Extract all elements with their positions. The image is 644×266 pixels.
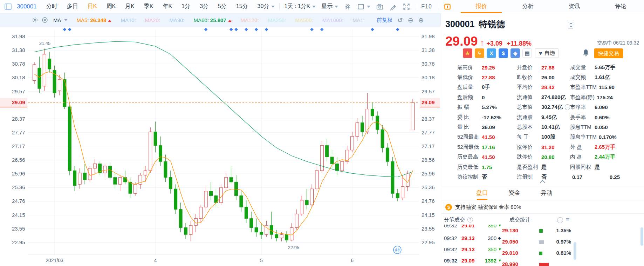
quote-cell: 股息率TTM0.170% — [570, 134, 644, 140]
ma-toggle-MA5[interactable]: MA5:26.348 — [77, 17, 112, 23]
period-5分[interactable]: 5分 — [218, 3, 227, 10]
quick-trade-button[interactable]: 快捷交易 — [594, 48, 623, 58]
period-分时[interactable]: 分时 — [46, 3, 57, 10]
f10-button[interactable]: F10 — [421, 4, 432, 10]
tick-trades-title: 分笔成交 — [444, 217, 465, 223]
layout-select-icon[interactable] — [357, 3, 365, 11]
subtab-盘口[interactable]: 盘口 — [476, 189, 488, 200]
chevron-down-icon[interactable] — [367, 6, 370, 8]
collapse-chevron[interactable] — [441, 180, 644, 186]
pencil-icon[interactable] — [389, 3, 397, 11]
period-1分[interactable]: 1分 — [181, 3, 190, 10]
subtab-异动[interactable]: 异动 — [541, 189, 553, 200]
svg-text:30.78: 30.78 — [422, 61, 435, 67]
zoom-in-icon[interactable]: ⊕ — [418, 17, 424, 24]
dollar-badge-icon: $ — [499, 48, 508, 58]
display-menu[interactable]: 显示 — [321, 3, 333, 10]
candlestick-chart[interactable]: 31.9831.3830.7830.1829.5728.3727.7727.17… — [0, 0, 441, 266]
ma-toggle-MA10[interactable]: MA10: — [121, 17, 136, 23]
chevron-down-icon[interactable] — [271, 6, 275, 8]
indicator-settings-gear-icon[interactable] — [32, 16, 39, 24]
quote-row: 盘后额0流通值274.820亿市盈率(静)175.24 — [441, 92, 644, 102]
ma-toggle-MA500[interactable]: MA500: — [295, 17, 313, 23]
quote-cell: 历史最低1.75 — [441, 164, 517, 171]
svg-text:28.37: 28.37 — [12, 116, 25, 122]
more-dots-icon[interactable]: ··· — [565, 104, 570, 110]
svg-text:27.77: 27.77 — [422, 129, 435, 135]
ma-toggle-MA1[interactable]: MA1: — [352, 17, 365, 23]
stock-code-label[interactable]: 300001 — [17, 3, 37, 10]
ma-toggle-MA60[interactable]: MA60:25.807 — [193, 17, 231, 23]
quote-cell: 换手率0.60% — [570, 114, 644, 121]
ma-toggle-MA1000[interactable]: MA1000: — [322, 17, 343, 23]
quote-cell: 开盘价27.88 — [517, 64, 570, 71]
period-年K[interactable]: 年K — [163, 3, 172, 10]
quote-cell: 成交额1.61亿 — [570, 74, 644, 81]
svg-text:30.78: 30.78 — [12, 61, 25, 67]
ma-toggle-MA30[interactable]: MA30: — [169, 17, 184, 23]
chat-at-icon[interactable]: @ — [393, 246, 401, 254]
svg-text:29.57: 29.57 — [12, 88, 25, 94]
ma-toggle-MA20[interactable]: MA20: — [145, 17, 160, 23]
subtab-资金[interactable]: 资金 — [508, 189, 520, 200]
volume-bar — [539, 252, 542, 255]
period-30分[interactable]: 30分 — [258, 3, 269, 10]
svg-text:25.96: 25.96 — [12, 171, 25, 177]
list-view-icon[interactable]: ≡ — [566, 216, 570, 224]
gear-icon[interactable] — [344, 3, 351, 11]
stock-title: 300001特锐德 — [445, 18, 505, 30]
ma-toggle-MA250[interactable]: MA250: — [268, 17, 286, 23]
undo-icon[interactable]: ↺ — [397, 17, 403, 24]
range-select[interactable]: 1天 : 1分K — [284, 3, 310, 10]
quote-cell: 盘后量0手 — [441, 84, 517, 91]
chevron-up-icon[interactable] — [540, 180, 546, 186]
period-3分[interactable]: 3分 — [200, 3, 208, 10]
zoom-out-icon[interactable]: ⊖ — [408, 17, 413, 24]
alert-bell-icon[interactable] — [582, 49, 590, 58]
divider — [438, 3, 438, 10]
quote-panel: 300001特锐德 29.09 ↑ +3.09 +11.88% 交易中 06/2… — [441, 13, 644, 266]
panel-tab-分析[interactable]: 分析 — [505, 0, 551, 13]
period-季K[interactable]: 季K — [144, 3, 153, 10]
ma-toggle-MA120[interactable]: MA120: — [241, 17, 259, 23]
quote-row: 最高价29.25开盘价27.88成交量5.65万手 — [441, 62, 644, 72]
quote-cell: 历史最高41.50 — [441, 154, 517, 160]
period-周K[interactable]: 周K — [106, 3, 116, 10]
side-panel-toggle-icon[interactable] — [444, 3, 451, 11]
panel-tab-评论[interactable]: 评论 — [597, 0, 644, 13]
quote-cell: 振 幅5.27% — [441, 104, 517, 111]
quote-cell: 流通股9.45亿 — [517, 114, 570, 121]
detail-page-icon[interactable] — [568, 22, 573, 28]
panel-tab-资讯[interactable]: 资讯 — [551, 0, 598, 13]
camera-icon[interactable] — [376, 3, 384, 11]
panel-tab-报价[interactable]: 报价 — [458, 0, 505, 13]
chevron-down-icon[interactable] — [312, 6, 316, 8]
indicator-close-icon[interactable] — [41, 16, 48, 24]
period-多日[interactable]: 多日 — [67, 3, 78, 10]
window-panel-icon[interactable] — [4, 3, 12, 11]
svg-text:27.77: 27.77 — [12, 129, 25, 135]
help-icon[interactable]: ? — [467, 217, 473, 222]
ma-indicator-bar: MA MA5:26.348MA10:MA20:MA30:MA60:25.807M… — [0, 13, 441, 27]
quote-cell: 委 比-17.62% — [441, 114, 517, 121]
price-change-pct: +11.88% — [507, 40, 532, 47]
bottom-list-headers: 分笔成交 ? 成交统计 ··· ≡ — [441, 215, 644, 225]
quote-cell: 市盈率TTM115.90 — [570, 84, 644, 91]
period-月K[interactable]: 月K — [125, 3, 135, 10]
period-日K[interactable]: 日K — [88, 3, 97, 10]
svg-text:30.18: 30.18 — [422, 74, 435, 80]
quote-cell: 流通值274.820亿 — [517, 94, 570, 101]
svg-text:@: @ — [395, 247, 400, 253]
chevron-down-icon[interactable] — [335, 6, 338, 8]
svg-text:6: 6 — [351, 258, 354, 263]
chevron-down-icon[interactable] — [64, 19, 68, 21]
more-dots-icon[interactable]: ··· — [557, 217, 563, 223]
quote-cell: 涨停价31.20 — [517, 144, 570, 151]
period-15分[interactable]: 15分 — [236, 3, 248, 10]
svg-text:2021/03: 2021/03 — [46, 258, 63, 263]
fullscreen-expand-icon[interactable] — [403, 3, 410, 11]
price-change: +3.09 — [487, 40, 503, 47]
ma-group-label[interactable]: MA — [53, 17, 61, 23]
adjust-mode-link[interactable]: 前复权 — [377, 17, 392, 24]
add-watchlist-button[interactable]: ♥自选 — [535, 48, 559, 58]
